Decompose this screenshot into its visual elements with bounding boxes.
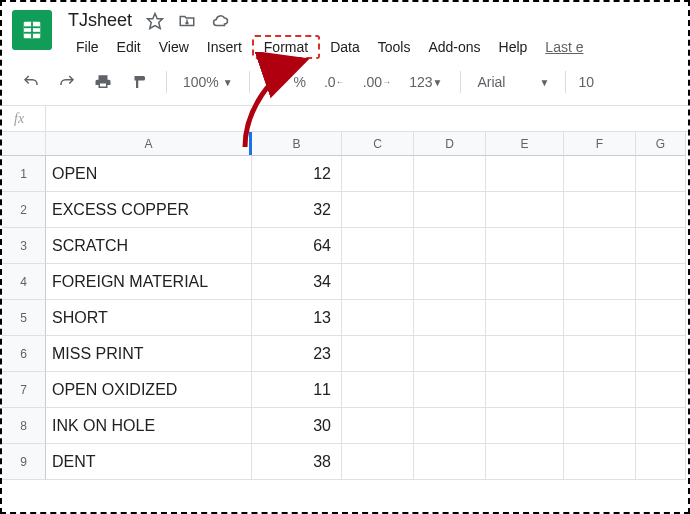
- menu-tools[interactable]: Tools: [370, 35, 419, 59]
- column-header-f[interactable]: F: [564, 132, 636, 156]
- column-header-a[interactable]: A: [46, 132, 252, 156]
- cell[interactable]: 32: [252, 192, 342, 228]
- cell[interactable]: [486, 192, 564, 228]
- cell[interactable]: OPEN OXIDIZED: [46, 372, 252, 408]
- undo-button[interactable]: [16, 69, 46, 95]
- increase-decimal-button[interactable]: .00→: [357, 70, 397, 94]
- row-header[interactable]: 2: [2, 192, 46, 228]
- row-header[interactable]: 5: [2, 300, 46, 336]
- cell[interactable]: [636, 372, 686, 408]
- cell[interactable]: [342, 264, 414, 300]
- cell[interactable]: [564, 228, 636, 264]
- column-header-b[interactable]: B: [252, 132, 342, 156]
- cell[interactable]: [342, 156, 414, 192]
- cell[interactable]: [414, 408, 486, 444]
- cell[interactable]: [342, 372, 414, 408]
- cell[interactable]: [342, 192, 414, 228]
- formula-input[interactable]: [46, 106, 688, 131]
- cell[interactable]: [342, 300, 414, 336]
- cell[interactable]: [564, 444, 636, 480]
- cell[interactable]: 64: [252, 228, 342, 264]
- menu-file[interactable]: File: [68, 35, 107, 59]
- cell[interactable]: [486, 408, 564, 444]
- menu-addons[interactable]: Add-ons: [420, 35, 488, 59]
- row-header[interactable]: 9: [2, 444, 46, 480]
- cell[interactable]: 23: [252, 336, 342, 372]
- number-format-dropdown[interactable]: 123▼: [403, 70, 448, 94]
- cell[interactable]: 12: [252, 156, 342, 192]
- row-header[interactable]: 8: [2, 408, 46, 444]
- cell[interactable]: [564, 408, 636, 444]
- cell[interactable]: 30: [252, 408, 342, 444]
- cell[interactable]: OPEN: [46, 156, 252, 192]
- document-title[interactable]: TJsheet: [68, 10, 132, 31]
- cell[interactable]: [564, 156, 636, 192]
- cell[interactable]: [342, 408, 414, 444]
- menu-last-edit[interactable]: Last e: [537, 35, 591, 59]
- menu-edit[interactable]: Edit: [109, 35, 149, 59]
- cell[interactable]: [636, 408, 686, 444]
- cell[interactable]: FOREIGN MATERIAL: [46, 264, 252, 300]
- cell[interactable]: [636, 444, 686, 480]
- cell[interactable]: [636, 264, 686, 300]
- percent-button[interactable]: %: [288, 70, 312, 94]
- cell[interactable]: [564, 264, 636, 300]
- cell[interactable]: 38: [252, 444, 342, 480]
- cell[interactable]: [486, 444, 564, 480]
- row-header[interactable]: 6: [2, 336, 46, 372]
- cell[interactable]: [564, 192, 636, 228]
- cell[interactable]: [342, 228, 414, 264]
- cell[interactable]: [486, 300, 564, 336]
- cell[interactable]: INK ON HOLE: [46, 408, 252, 444]
- row-header[interactable]: 3: [2, 228, 46, 264]
- redo-button[interactable]: [52, 69, 82, 95]
- cell[interactable]: [414, 300, 486, 336]
- cell[interactable]: [486, 228, 564, 264]
- column-header-e[interactable]: E: [486, 132, 564, 156]
- cell[interactable]: [342, 336, 414, 372]
- column-header-g[interactable]: G: [636, 132, 686, 156]
- cell[interactable]: [414, 264, 486, 300]
- star-icon[interactable]: [146, 12, 164, 30]
- cell[interactable]: [342, 444, 414, 480]
- menu-view[interactable]: View: [151, 35, 197, 59]
- cell[interactable]: [564, 336, 636, 372]
- cell[interactable]: MISS PRINT: [46, 336, 252, 372]
- decrease-decimal-button[interactable]: .0←: [318, 70, 351, 94]
- cell[interactable]: [414, 372, 486, 408]
- row-header[interactable]: 1: [2, 156, 46, 192]
- column-header-c[interactable]: C: [342, 132, 414, 156]
- zoom-dropdown[interactable]: 100%▼: [179, 74, 237, 90]
- cell[interactable]: [486, 372, 564, 408]
- cell[interactable]: [636, 300, 686, 336]
- cell[interactable]: [414, 444, 486, 480]
- cell[interactable]: 11: [252, 372, 342, 408]
- currency-button[interactable]: $: [262, 70, 282, 94]
- cell[interactable]: 34: [252, 264, 342, 300]
- cell[interactable]: [486, 264, 564, 300]
- menu-data[interactable]: Data: [322, 35, 368, 59]
- row-header[interactable]: 4: [2, 264, 46, 300]
- move-folder-icon[interactable]: [178, 12, 196, 30]
- cell[interactable]: 13: [252, 300, 342, 336]
- cell[interactable]: [636, 192, 686, 228]
- cell[interactable]: [486, 336, 564, 372]
- cloud-status-icon[interactable]: [210, 12, 230, 30]
- cell[interactable]: DENT: [46, 444, 252, 480]
- font-size-input[interactable]: 10: [578, 74, 608, 90]
- cell[interactable]: SHORT: [46, 300, 252, 336]
- row-header[interactable]: 7: [2, 372, 46, 408]
- select-all-corner[interactable]: [2, 132, 46, 156]
- cell[interactable]: SCRATCH: [46, 228, 252, 264]
- cell[interactable]: [414, 192, 486, 228]
- cell[interactable]: [414, 228, 486, 264]
- cell[interactable]: [486, 156, 564, 192]
- menu-insert[interactable]: Insert: [199, 35, 250, 59]
- cell[interactable]: [636, 228, 686, 264]
- menu-help[interactable]: Help: [491, 35, 536, 59]
- cell[interactable]: [414, 156, 486, 192]
- cell[interactable]: [564, 300, 636, 336]
- paint-format-button[interactable]: [124, 69, 154, 95]
- font-dropdown[interactable]: Arial▼: [473, 74, 553, 90]
- column-header-d[interactable]: D: [414, 132, 486, 156]
